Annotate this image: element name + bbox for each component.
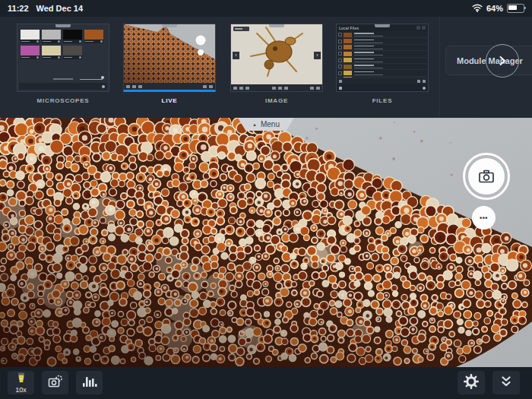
microscope-tile: [21, 30, 40, 43]
status-left: 11:22 Wed Dec 14: [8, 4, 83, 13]
camera-icon: [468, 158, 505, 195]
tab-live[interactable]: LIVE: [123, 24, 216, 104]
app-screen: 11:22 Wed Dec 14 64%: [0, 0, 532, 399]
chevron-up-icon: ▲: [252, 122, 257, 127]
camera-settings-icon: [47, 374, 64, 391]
capture-button[interactable]: [463, 153, 510, 200]
previous-image-arrow: ‹: [233, 52, 239, 59]
live-thumbnail: [123, 24, 216, 92]
module-manager-button[interactable]: Module Manager: [445, 46, 532, 75]
objective-magnification-label: 10x: [15, 386, 27, 394]
image-name-badge: [233, 27, 249, 31]
tab-microscopes[interactable]: MICROSCOPES: [17, 24, 109, 104]
live-view[interactable]: ▲ Menu •••: [0, 118, 532, 367]
files-toolbar: [337, 78, 428, 84]
wifi-icon: [472, 4, 483, 14]
tab-label-microscopes: MICROSCOPES: [17, 97, 109, 104]
gear-icon: [464, 374, 479, 391]
live-thumbnail-image: [124, 24, 215, 84]
file-row: [338, 32, 426, 38]
microscopes-footer-bar: [19, 83, 107, 90]
objective-button[interactable]: 10x: [8, 371, 34, 394]
file-row: [338, 51, 426, 57]
file-row: [338, 70, 426, 76]
microscope-tile: [21, 46, 40, 59]
battery-percent: 64%: [486, 4, 503, 13]
microscopes-zoom-slider: [22, 78, 104, 81]
file-row: [338, 38, 426, 44]
camera-settings-button[interactable]: [42, 371, 68, 394]
tab-label-live: LIVE: [123, 97, 216, 104]
microscope-tile: [63, 30, 82, 43]
live-thumbnail-toolbar: [124, 83, 215, 90]
status-date: Wed Dec 14: [36, 4, 84, 13]
objective-icon: [17, 372, 26, 385]
microscope-tile: [42, 30, 61, 43]
gear-icon: [102, 85, 105, 88]
histogram-icon: [82, 375, 97, 390]
collapse-toolbar-button[interactable]: [492, 371, 520, 394]
files-title: Local Files: [339, 26, 359, 30]
files-thumbnail: Local Files: [336, 24, 429, 92]
module-bar: MICROSCOPES: [0, 17, 532, 118]
microscopes-thumbnail: [17, 24, 109, 92]
clock: 11:22: [8, 4, 29, 13]
live-specimen-image: [0, 118, 532, 367]
menu-button-label: Menu: [261, 120, 280, 128]
status-right: 64%: [472, 4, 524, 14]
file-row: [338, 58, 426, 64]
next-image-arrow: ›: [314, 52, 321, 59]
files-footer-bar: [337, 84, 428, 91]
divider: [439, 17, 440, 118]
image-thumbnail-toolbar: [231, 84, 322, 91]
drag-handle: [55, 24, 71, 27]
status-bar: 11:22 Wed Dec 14 64%: [0, 0, 532, 17]
image-thumbnail: ‹ ›: [230, 24, 323, 92]
image-thumbnail-image: [231, 24, 322, 84]
gear-icon: [423, 87, 426, 90]
drag-handle: [375, 24, 390, 27]
drag-handle: [162, 24, 177, 27]
file-row: [338, 45, 426, 51]
tab-label-files: FILES: [336, 97, 429, 104]
double-chevron-down-icon: [499, 375, 513, 390]
file-row: [338, 64, 426, 70]
microscope-tile: [63, 46, 82, 59]
microscope-tile: [42, 46, 61, 59]
menu-button[interactable]: ▲ Menu: [238, 118, 294, 131]
settings-button[interactable]: [458, 371, 485, 394]
tab-files[interactable]: Local Files FILES: [336, 24, 429, 104]
search-icon: [422, 26, 426, 30]
battery-icon: [507, 4, 524, 13]
microscope-tile: [84, 30, 103, 43]
tab-image[interactable]: ‹ › IMAGE: [230, 24, 323, 104]
microscope-tile-grid: [21, 30, 106, 59]
chevron-right-icon: [486, 44, 519, 78]
bottom-toolbar: 10x: [0, 367, 532, 399]
sort-icon: [416, 26, 420, 30]
ellipsis-icon: •••: [480, 214, 488, 222]
drag-handle: [269, 24, 284, 27]
tab-label-image: IMAGE: [230, 97, 323, 104]
histogram-button[interactable]: [76, 371, 103, 394]
more-options-button[interactable]: •••: [472, 206, 496, 230]
